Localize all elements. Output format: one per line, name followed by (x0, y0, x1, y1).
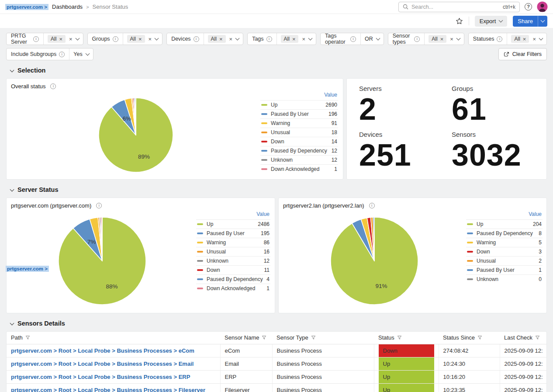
legend-row[interactable]: Unknown12 (260, 155, 338, 164)
legend-row[interactable]: Up2486 (196, 219, 270, 229)
legend-row[interactable]: Warning91 (260, 118, 338, 128)
chevron-down-icon[interactable] (376, 36, 380, 40)
avatar[interactable] (537, 1, 548, 12)
sensor-path-link[interactable]: prtgserver.com > Root > Local Probe > Bu… (11, 387, 205, 392)
chip-remove-icon[interactable]: × (523, 36, 526, 42)
filter-clear-icon[interactable]: × (149, 36, 152, 42)
chevron-down-icon[interactable] (539, 36, 543, 40)
server2-pie-chart[interactable]: 91% (328, 215, 421, 307)
filter-value-chip[interactable]: All× (511, 35, 529, 43)
chevron-down-icon[interactable] (308, 36, 313, 40)
legend-row[interactable]: Warning86 (196, 238, 270, 247)
info-icon[interactable]: i (497, 36, 502, 42)
filter-funnel-icon[interactable] (477, 335, 482, 340)
filter-value-zone[interactable]: All×× (43, 33, 83, 45)
chevron-down-icon[interactable] (85, 51, 90, 56)
legend-row[interactable]: Unusual2 (466, 256, 543, 265)
section-server-status[interactable]: Server Status (10, 186, 547, 193)
legend-row[interactable]: Up204 (466, 219, 543, 229)
filter-tags-operator[interactable]: Tags operatoriOR (320, 33, 384, 45)
table-row[interactable]: prtgserver.com > Root > Local Probe > Bu… (7, 344, 547, 357)
legend-row[interactable]: Up2690 (260, 100, 338, 109)
table-row[interactable]: prtgserver.com > Root > Local Probe > Bu… (7, 357, 547, 370)
chip-remove-icon[interactable]: × (219, 36, 223, 42)
info-icon[interactable]: i (33, 36, 39, 42)
filter-value-chip[interactable]: All× (48, 35, 66, 43)
chevron-down-icon[interactable] (235, 36, 240, 40)
filter-value-chip[interactable]: All× (208, 35, 226, 43)
table-row[interactable]: prtgserver.com > Root > Local Probe > Bu… (7, 383, 547, 392)
filter-funnel-icon[interactable] (262, 335, 266, 340)
legend-row[interactable]: Down Acknowledged1 (260, 164, 338, 173)
section-selection[interactable]: Selection (10, 67, 547, 74)
chip-remove-icon[interactable]: × (138, 36, 142, 42)
filter-statuses[interactable]: StatusesiAll×× (468, 33, 547, 45)
filter-value-zone[interactable]: All×× (276, 33, 316, 45)
filter-tags[interactable]: TagsiAll×× (247, 33, 316, 45)
sensor-path-link[interactable]: prtgserver.com > Root > Local Probe > Bu… (11, 374, 190, 380)
info-icon[interactable]: i (96, 203, 102, 208)
filter-value-chip[interactable]: All× (127, 35, 145, 43)
filter-value-chip[interactable]: All× (429, 35, 446, 43)
column-header-path[interactable]: Path (7, 332, 220, 344)
filter-value-zone[interactable]: All×× (424, 33, 464, 45)
legend-row[interactable]: Unknown12 (196, 256, 270, 265)
chip-remove-icon[interactable]: × (59, 36, 62, 42)
sensor-path-link[interactable]: prtgserver.com > Root > Local Probe > Bu… (11, 347, 194, 354)
legend-row[interactable]: Unknown0 (466, 274, 543, 284)
filter-funnel-icon[interactable] (311, 335, 316, 340)
overall-status-pie-chart[interactable]: 89%6% (94, 94, 177, 177)
filter-value-zone[interactable]: OR (360, 33, 384, 45)
path-link-tooltip[interactable]: prtgserver.com > (6, 266, 49, 272)
filter-value-zone[interactable]: Yes (69, 49, 93, 60)
chevron-down-icon[interactable] (456, 36, 460, 40)
column-header-last-check[interactable]: Last Check (500, 332, 547, 344)
filter-value-chip[interactable]: All× (281, 35, 299, 43)
legend-row[interactable]: Unusual18 (260, 128, 338, 137)
breadcrumb-dashboards[interactable]: Dashboards (52, 3, 83, 10)
info-icon[interactable]: i (350, 36, 356, 42)
filter-value-zone[interactable]: All×× (123, 33, 162, 45)
filter-include-subgroups[interactable]: Include SubgroupsiYes (6, 48, 93, 60)
search-box[interactable]: ctrl+k (398, 2, 520, 12)
column-header-status-since[interactable]: Status Since (439, 332, 500, 344)
filter-funnel-icon[interactable] (535, 335, 540, 340)
filter-value-zone[interactable]: All×× (507, 33, 546, 45)
share-dropdown-button[interactable] (538, 16, 547, 27)
legend-row[interactable]: Paused By User196 (260, 109, 338, 118)
export-button[interactable]: Export (475, 16, 508, 27)
filter-prtg-server[interactable]: PRTG ServeriAll×× (6, 33, 83, 45)
filter-clear-icon[interactable]: × (302, 36, 305, 42)
info-icon[interactable]: i (369, 203, 375, 208)
info-icon[interactable]: i (266, 36, 272, 42)
legend-row[interactable]: Down3 (466, 247, 543, 256)
info-icon[interactable]: i (113, 36, 118, 42)
legend-row[interactable]: Paused By User195 (196, 229, 270, 238)
filter-funnel-icon[interactable] (25, 335, 30, 340)
share-button[interactable]: Share (513, 16, 538, 27)
server1-pie-chart[interactable]: 88%7% (56, 215, 149, 307)
table-row[interactable]: prtgserver.com > Root > Local Probe > Bu… (7, 370, 547, 383)
chip-remove-icon[interactable]: × (440, 36, 444, 42)
info-icon[interactable]: i (194, 36, 199, 42)
info-icon[interactable]: i (414, 36, 420, 42)
legend-row[interactable]: Unusual16 (196, 247, 270, 256)
clear-filters-button[interactable]: Clear Filters (498, 48, 547, 60)
info-icon[interactable]: i (59, 52, 65, 57)
filter-sensor-types[interactable]: Sensor typesiAll×× (388, 33, 464, 45)
legend-row[interactable]: Paused By Dependency8 (466, 229, 543, 238)
section-sensors-details[interactable]: Sensors Details (10, 320, 547, 327)
column-header-sensor-name[interactable]: Sensor Name (220, 332, 272, 344)
filter-clear-icon[interactable]: × (229, 36, 233, 42)
filter-funnel-icon[interactable] (397, 335, 402, 340)
filter-clear-icon[interactable]: × (450, 36, 453, 42)
breadcrumb-path-tooltip[interactable]: prtgserver.com > (5, 4, 48, 10)
legend-row[interactable]: Paused By User1 (466, 265, 543, 274)
chevron-down-icon[interactable] (155, 36, 159, 40)
help-icon[interactable]: ? (525, 3, 532, 10)
filter-clear-icon[interactable]: × (69, 36, 73, 42)
filter-clear-icon[interactable]: × (532, 36, 536, 42)
favorite-star-icon[interactable] (456, 17, 463, 25)
chip-remove-icon[interactable]: × (292, 36, 296, 42)
search-input[interactable] (411, 4, 500, 10)
